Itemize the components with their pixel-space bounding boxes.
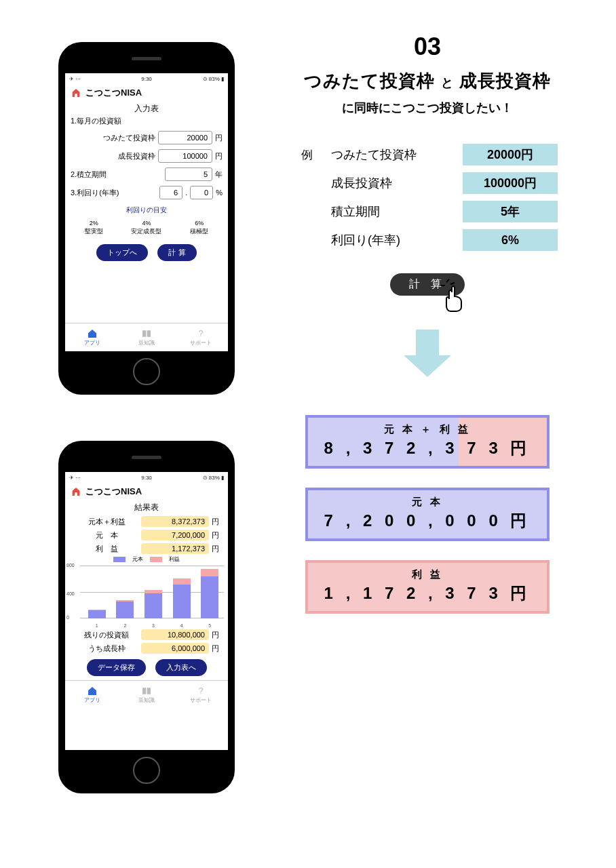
example-period-value: 5年: [463, 201, 558, 222]
card-principal: 元 本 7 , 2 0 0 , 0 0 0 円: [305, 488, 550, 541]
svg-rect-0: [75, 94, 77, 97]
card-profit: 利 益 1 , 1 7 2 , 3 7 3 円: [305, 560, 550, 614]
status-bar: ✈ ⋯ 9:30 ⊙ 83% ▮: [65, 73, 228, 84]
yen-unit: 円: [215, 133, 223, 143]
phone-screen: ✈ ⋯ 9:30 ⊙ 83% ▮ こつこつNISA 結果表 元本＋利益 8,37…: [65, 472, 228, 750]
app-header: こつこつNISA: [65, 483, 228, 500]
save-button[interactable]: データ保存: [87, 659, 146, 676]
svg-text:?: ?: [199, 329, 204, 338]
result-cards: 元 本 ＋ 利 益 8 , 3 7 2 , 3 7 3 円 元 本 7 , 2 …: [271, 415, 583, 614]
remaining-growth-row: うち成長枠 6,000,000 円: [65, 642, 228, 655]
status-right: ⊙ 83% ▮: [203, 76, 224, 82]
result-section-title: 結果表: [65, 500, 228, 515]
result-chart: 800 400 0 12345: [65, 563, 228, 628]
back-button[interactable]: 入力表へ: [155, 659, 207, 676]
status-time: 9:30: [141, 76, 152, 82]
legend-swatch-principal: [113, 557, 126, 562]
tab-app[interactable]: アプリ: [65, 681, 119, 709]
top-button[interactable]: トップへ: [96, 244, 148, 261]
yen-unit: 円: [215, 151, 223, 161]
hint-row: 2%堅実型 4%安定成長型 6%積極型: [71, 220, 223, 235]
yield-int-input[interactable]: [159, 186, 182, 199]
house-icon: [87, 328, 98, 339]
chart-legend: 元本 利益: [65, 555, 228, 563]
result-principal-row: 元 本 7,200,000 円: [65, 528, 228, 542]
app-title: こつこつNISA: [85, 87, 142, 99]
question-icon: ?: [195, 328, 206, 339]
tsumitate-input[interactable]: [158, 131, 212, 144]
home-button-icon: [133, 757, 160, 784]
pointer-hand-icon: [440, 279, 474, 313]
result-total-row: 元本＋利益 8,372,373 円: [65, 515, 228, 528]
q2-label: 2.積立期間: [71, 170, 162, 180]
hint-title: 利回りの目安: [71, 205, 223, 215]
year-unit: 年: [215, 170, 223, 180]
q1-label: 1.毎月の投資額: [71, 116, 223, 126]
home-button-icon: [133, 358, 160, 385]
svg-rect-2: [75, 492, 77, 496]
calc-illustration: 計 算: [271, 273, 583, 296]
tab-support[interactable]: ? サポート: [174, 323, 228, 351]
app-logo-icon: [71, 87, 81, 98]
explanation-panel: 03 つみたて投資枠 と 成長投資枠 に同時にこつこつ投資したい！ 例 つみたて…: [271, 33, 583, 614]
tsumitate-label: つみたて投資枠: [71, 133, 155, 143]
tab-tips[interactable]: 豆知識: [119, 323, 174, 351]
tab-support[interactable]: ? サポート: [174, 681, 228, 709]
example-growth-value: 100000円: [463, 172, 558, 194]
svg-text:?: ?: [199, 686, 204, 696]
book-icon: [141, 686, 152, 696]
question-icon: ?: [195, 686, 206, 696]
app-logo-icon: [71, 486, 81, 497]
tab-bar: アプリ 豆知識 ? サポート: [65, 680, 228, 709]
example-yield-value: 6%: [463, 229, 558, 251]
subline: に同時にこつこつ投資したい！: [271, 100, 583, 116]
phone-speaker: [132, 57, 161, 60]
input-section-title: 入力表: [65, 102, 228, 116]
example-tsumitate-value: 20000円: [463, 144, 558, 165]
phone-screen: ✈ ⋯ 9:30 ⊙ 83% ▮ こつこつNISA 入力表 1.毎月の投資額 つ…: [65, 73, 228, 351]
period-input[interactable]: [165, 167, 212, 181]
arrow-down-icon: [404, 330, 451, 377]
growth-label: 成長投資枠: [71, 151, 155, 161]
example-block: 例 つみたて投資枠 20000円 成長投資枠 100000円 積立期間 5年 利…: [301, 140, 583, 254]
phone-speaker: [132, 456, 161, 459]
status-bar: ✈ ⋯ 9:30 ⊙ 83% ▮: [65, 472, 228, 483]
yield-dec-input[interactable]: [190, 186, 213, 199]
growth-input[interactable]: [158, 149, 212, 163]
tab-app[interactable]: アプリ: [65, 323, 119, 351]
tab-bar: アプリ 豆知識 ? サポート: [65, 323, 228, 351]
page-number: 03: [271, 33, 583, 61]
example-marker: 例: [301, 147, 322, 163]
book-icon: [141, 328, 152, 339]
card-total: 元 本 ＋ 利 益 8 , 3 7 2 , 3 7 3 円: [305, 415, 550, 469]
phone-input: ✈ ⋯ 9:30 ⊙ 83% ▮ こつこつNISA 入力表 1.毎月の投資額 つ…: [58, 42, 235, 395]
result-total-value: 8,372,373: [141, 516, 209, 527]
q3-label: 3.利回り(年率): [71, 188, 157, 198]
percent-unit: %: [216, 189, 223, 197]
phone-results: ✈ ⋯ 9:30 ⊙ 83% ▮ こつこつNISA 結果表 元本＋利益 8,37…: [58, 441, 235, 793]
remaining-row: 残りの投資額 10,800,000 円: [65, 628, 228, 642]
headline: つみたて投資枠 と 成長投資枠: [271, 69, 583, 93]
result-profit-row: 利 益 1,172,373 円: [65, 542, 228, 555]
app-header: こつこつNISA: [65, 84, 228, 102]
legend-swatch-profit: [150, 557, 162, 562]
tab-tips[interactable]: 豆知識: [119, 681, 174, 709]
calc-button[interactable]: 計 算: [157, 244, 196, 261]
house-icon: [87, 686, 98, 696]
status-left: ✈ ⋯: [69, 76, 81, 82]
